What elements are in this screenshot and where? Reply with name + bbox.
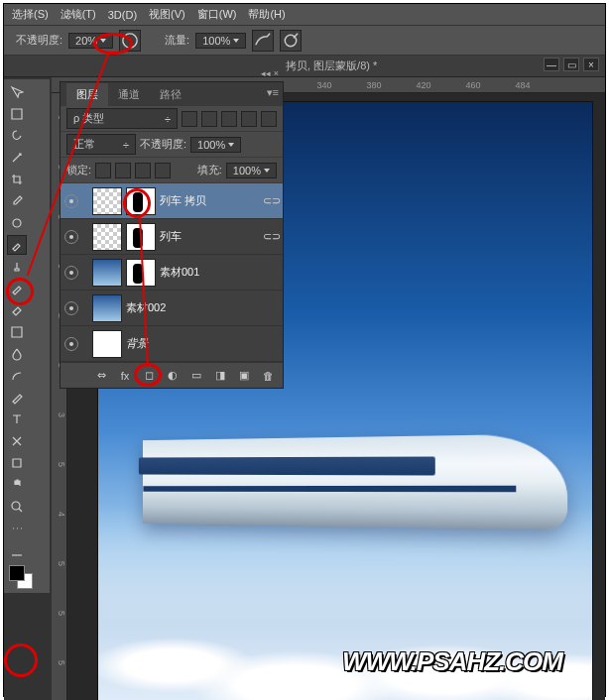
menu-help[interactable]: 帮助(H)	[248, 7, 285, 22]
footer-group-icon[interactable]: ▭	[189, 369, 203, 382]
menu-filter[interactable]: 滤镜(T)	[61, 7, 96, 22]
tool-ellipsis[interactable]	[7, 519, 27, 538]
maximize-button[interactable]: ▭	[563, 58, 579, 71]
tool-q[interactable]	[7, 540, 27, 560]
mask-thumbnail[interactable]	[126, 223, 156, 251]
layer-thumbnail[interactable]	[92, 259, 122, 287]
layer-row[interactable]: 列车⊂⊃	[61, 219, 283, 255]
visibility-icon[interactable]	[64, 301, 78, 315]
color-swatches[interactable]	[9, 565, 39, 595]
tablet-pressure-button[interactable]	[280, 30, 302, 52]
layer-thumbnail[interactable]	[92, 187, 122, 215]
close-button[interactable]: ×	[583, 58, 599, 71]
filter-pixel-icon[interactable]	[182, 111, 197, 127]
tool-zoom[interactable]	[7, 497, 27, 517]
tool-blur[interactable]	[7, 344, 27, 364]
tool-marquee[interactable]	[7, 104, 27, 124]
flow-field[interactable]: 100%	[195, 33, 246, 49]
tool-history[interactable]	[7, 279, 27, 298]
visibility-icon[interactable]	[64, 337, 78, 351]
tool-pen[interactable]	[7, 388, 27, 408]
blend-mode-dropdown[interactable]: 正常÷	[66, 134, 136, 155]
lock-position-icon[interactable]	[135, 163, 151, 178]
visibility-icon[interactable]	[64, 194, 78, 208]
layer-row[interactable]: 素材002	[61, 291, 283, 326]
panel-menu-icon[interactable]: ▾≡	[267, 86, 279, 99]
watermark-text: WWW.PSAHZ.COM	[342, 646, 562, 677]
visibility-icon[interactable]	[64, 266, 78, 280]
lock-pixels-icon[interactable]	[115, 163, 131, 178]
layer-thumbnail[interactable]	[92, 294, 122, 322]
fill-field[interactable]: 100%	[226, 163, 277, 178]
photoshop-window: 选择(S) 滤镜(T) 3D(D) 视图(V) 窗口(W) 帮助(H) 不透明度…	[3, 3, 606, 697]
panel-collapse-icon[interactable]: ◂◂ ×	[261, 68, 279, 78]
tool-eraser[interactable]	[7, 300, 27, 320]
mask-thumbnail[interactable]	[126, 259, 156, 287]
footer-mask-icon[interactable]: ◻	[142, 369, 156, 382]
tab-channels[interactable]: 通道	[108, 83, 150, 106]
filter-type-icon[interactable]	[221, 111, 237, 127]
layer-name: 列车	[160, 229, 259, 244]
layer-name: 列车 拷贝	[160, 193, 259, 208]
tool-hand[interactable]	[7, 475, 27, 495]
tool-eyedrop[interactable]	[7, 191, 27, 211]
footer-trash-icon[interactable]: 🗑	[261, 370, 275, 382]
layer-thumbnail[interactable]	[92, 223, 122, 251]
workspace: 140180220260300340380420460484 051525354…	[4, 77, 605, 700]
tab-layers[interactable]: 图层	[66, 83, 108, 106]
link-icon[interactable]: ⊂⊃	[263, 230, 279, 243]
menu-select[interactable]: 选择(S)	[12, 7, 49, 22]
flow-value: 100%	[202, 35, 230, 47]
mask-thumbnail[interactable]	[126, 187, 156, 215]
layer-filter-dropdown[interactable]: ρ 类型÷	[66, 108, 178, 129]
layer-row[interactable]: 列车 拷贝⊂⊃	[61, 183, 283, 219]
tool-path[interactable]	[7, 431, 27, 451]
footer-new-icon[interactable]: ◨	[213, 369, 227, 382]
doc-tab[interactable]: 拷贝, 图层蒙版/8) *	[286, 58, 377, 73]
opacity-field[interactable]: 20%	[68, 33, 113, 49]
footer-adjust-icon[interactable]: ◐	[166, 369, 180, 382]
layer-row[interactable]: 背景	[61, 326, 283, 362]
tab-paths[interactable]: 路径	[150, 83, 191, 106]
tool-brush[interactable]	[7, 235, 27, 255]
filter-smart-icon[interactable]	[261, 111, 277, 127]
tool-rect[interactable]	[7, 453, 27, 473]
filter-shape-icon[interactable]	[241, 111, 257, 127]
visibility-icon[interactable]	[64, 230, 78, 244]
footer-fx-icon[interactable]: fx	[118, 370, 132, 382]
layers-panel: ◂◂ × 图层 通道 路径 ▾≡ ρ 类型÷ 正常÷ 不透明度: 100%	[60, 81, 284, 389]
layer-opacity-label: 不透明度:	[140, 137, 186, 152]
fill-label: 填充:	[197, 163, 222, 177]
tool-lasso[interactable]	[7, 126, 27, 146]
tool-wand[interactable]	[7, 148, 27, 168]
train-graphic	[126, 408, 552, 566]
layer-row[interactable]: 素材001	[61, 255, 283, 291]
layer-opacity-field[interactable]: 100%	[190, 137, 241, 153]
tool-stamp[interactable]	[7, 257, 27, 277]
layer-name: 素材002	[126, 300, 279, 315]
tool-move[interactable]	[7, 82, 27, 102]
foreground-swatch[interactable]	[9, 565, 25, 581]
footer-link-icon[interactable]: ⇔	[94, 369, 108, 382]
opacity-value: 20%	[75, 35, 97, 47]
airbrush-toggle[interactable]	[119, 30, 141, 52]
menu-3d[interactable]: 3D(D)	[108, 9, 137, 21]
lock-all-icon[interactable]	[155, 163, 171, 178]
filter-adjust-icon[interactable]	[201, 111, 217, 127]
flow-label: 流量:	[165, 33, 189, 48]
layer-thumbnail[interactable]	[92, 330, 122, 358]
link-icon[interactable]: ⊂⊃	[263, 194, 279, 207]
minimize-button[interactable]: —	[544, 58, 559, 71]
airbrush-button[interactable]	[252, 30, 274, 52]
footer-new2-icon[interactable]: ▣	[237, 369, 251, 382]
tool-crop[interactable]	[7, 170, 27, 189]
lock-transparent-icon[interactable]	[95, 163, 111, 178]
tool-gradient[interactable]	[7, 322, 27, 342]
menu-window[interactable]: 窗口(W)	[197, 7, 237, 22]
options-bar: 不透明度: 20% 流量: 100%	[4, 26, 605, 56]
menu-view[interactable]: 视图(V)	[149, 7, 185, 22]
menubar: 选择(S) 滤镜(T) 3D(D) 视图(V) 窗口(W) 帮助(H)	[4, 4, 605, 26]
tool-type[interactable]	[7, 409, 27, 429]
tool-dodge[interactable]	[7, 366, 27, 386]
tool-spot[interactable]	[7, 213, 27, 233]
